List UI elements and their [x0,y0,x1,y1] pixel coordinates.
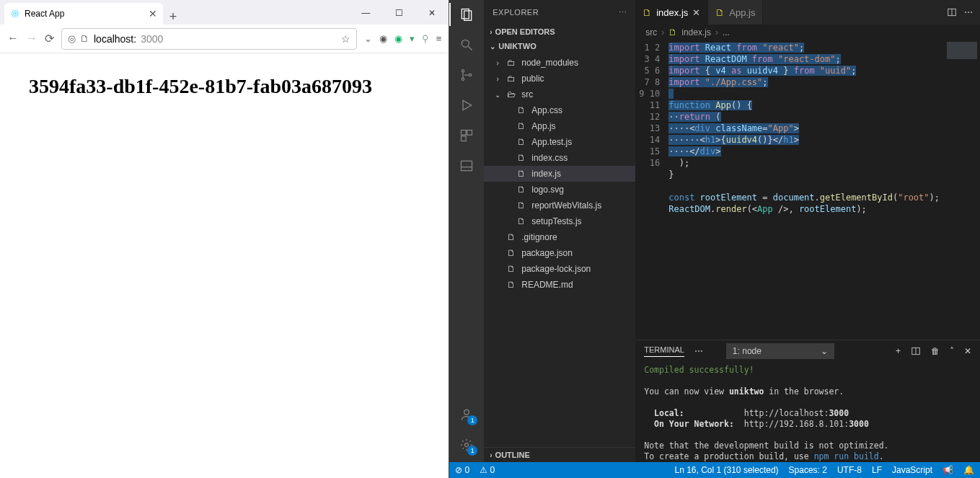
file-item[interactable]: 🗋logo.svg [484,182,635,198]
status-selection[interactable]: Ln 16, Col 1 (310 selected) [674,465,778,475]
url-host: localhost: [94,33,136,45]
folder-item[interactable]: ⌄🗁src [484,87,635,102]
reload-button[interactable]: ⟳ [45,32,54,45]
file-item[interactable]: 🗋index.css [484,150,635,166]
chevron-up-icon[interactable]: ˄ [950,346,954,356]
minimap[interactable] [940,40,980,340]
panel-icon[interactable] [458,157,475,174]
ext3-icon[interactable]: ▾ [410,33,415,44]
new-terminal-icon[interactable]: + [896,346,901,356]
item-label: package-lock.json [521,264,591,274]
crumb-1[interactable]: index.js [681,27,711,37]
outline-label: OUTLINE [495,451,530,459]
menu-button[interactable]: ≡ [436,33,442,44]
terminal-tab[interactable]: TERMINAL [644,345,684,357]
file-item[interactable]: 🗋App.test.js [484,134,635,150]
trash-icon[interactable]: 🗑 [931,346,940,356]
file-icon: 🗋 [506,248,517,258]
status-lang[interactable]: JavaScript [892,465,932,475]
bookmark-button[interactable]: ☆ [341,33,350,45]
ext2-icon[interactable]: ◉ [394,33,402,44]
file-item[interactable]: 🗋README.md [484,277,635,293]
pocket-icon[interactable]: ⌄ [364,33,372,44]
item-label: setupTests.js [531,216,581,226]
file-item[interactable]: 🗋package-lock.json [484,261,635,277]
ext4-icon[interactable]: ⚲ [422,33,429,44]
close-panel-icon[interactable]: ✕ [964,346,971,356]
file-item[interactable]: 🗋reportWebVitals.js [484,198,635,213]
terminal-content[interactable]: Compiled successfully! You can now view … [635,362,980,462]
more-editor-icon[interactable]: ⋯ [964,7,973,17]
file-item[interactable]: 🗋App.js [484,118,635,134]
new-tab-button[interactable]: + [163,9,183,25]
editor-group: 🗋index.js✕🗋App.js ⋯ src › 🗋 index.js › .… [635,0,980,462]
status-encoding[interactable]: UTF-8 [837,465,862,475]
back-button[interactable]: ← [7,32,19,45]
close-window-button[interactable]: ✕ [415,1,449,25]
crumb-0[interactable]: src [645,27,657,37]
tab-label: App.js [729,7,755,18]
folder-item[interactable]: ›🗀public [484,71,635,87]
settings-icon[interactable]: 1 [458,436,475,453]
project-section[interactable]: ⌄ UNIKTWO [484,39,635,53]
chevron-right-icon: › [661,27,664,37]
item-label: .gitignore [521,232,557,242]
debug-icon[interactable] [458,97,475,114]
accounts-icon[interactable]: 1 [458,406,475,423]
maximize-button[interactable]: ☐ [382,1,415,25]
bell-icon[interactable]: 🔔 [963,465,974,475]
explorer-icon[interactable] [458,6,475,23]
item-label: package.json [521,248,573,258]
split-terminal-icon[interactable] [911,346,921,356]
minimize-button[interactable]: — [349,1,382,25]
browser-tab[interactable]: React App ✕ [4,3,163,25]
folder-item[interactable]: ›🗀node_modules [484,55,635,71]
editor-tab[interactable]: 🗋App.js [708,0,763,25]
extensions-icon[interactable] [458,127,475,144]
file-item[interactable]: 🗋setupTests.js [484,213,635,229]
outline-section[interactable]: › OUTLINE [484,447,635,462]
svg-line-7 [469,47,472,50]
file-item[interactable]: 🗋package.json [484,245,635,261]
code-editor[interactable]: 1 2 3 4 5 6 7 8 9 10 11 12 13 14 15 16 i… [635,40,980,340]
terminal-selector[interactable]: 1: node ⌄ [726,343,834,359]
more-icon[interactable]: ⋯ [694,346,703,356]
close-tab-button[interactable]: ✕ [149,8,157,19]
file-item[interactable]: 🗋App.css [484,102,635,118]
breadcrumbs[interactable]: src › 🗋 index.js › ... [635,25,980,40]
item-label: node_modules [521,58,578,68]
crumb-2[interactable]: ... [723,27,730,37]
file-icon: 🗋 [516,169,527,179]
editor-tab[interactable]: 🗋index.js✕ [635,0,708,25]
more-icon[interactable]: ⋯ [619,8,627,17]
chevron-right-icon: › [494,75,501,83]
scm-icon[interactable] [458,66,475,84]
item-label: reportWebVitals.js [531,200,601,211]
shield-icon: ◎ [68,33,76,44]
search-icon[interactable] [458,36,475,53]
status-warnings[interactable]: ⚠ 0 [480,465,495,475]
status-errors[interactable]: ⊘ 0 [455,465,469,475]
explorer-sidebar: EXPLORER ⋯ › OPEN EDITORS ⌄ UNIKTWO ›🗀no… [484,0,635,462]
line-gutter: 1 2 3 4 5 6 7 8 9 10 11 12 13 14 15 16 [635,40,666,340]
browser-extensions: ⌄ ◉ ◉ ▾ ⚲ ≡ [364,33,442,44]
status-spaces[interactable]: Spaces: 2 [789,465,827,475]
split-editor-icon[interactable] [947,7,957,17]
close-tab-icon[interactable]: ✕ [692,7,700,18]
code-content[interactable]: import React from "react"; import ReactD… [666,40,940,340]
file-item[interactable]: 🗋.gitignore [484,229,635,245]
chevron-right-icon: › [494,59,501,67]
explorer-title: EXPLORER [493,8,539,17]
ext1-icon[interactable]: ◉ [379,33,387,44]
file-icon: 🗋 [516,137,527,147]
address-bar[interactable]: ◎ 🗋 localhost:3000 ☆ [61,28,357,50]
item-label: logo.svg [531,185,564,195]
forward-button[interactable]: → [26,32,37,45]
file-item[interactable]: 🗋index.js [484,166,635,182]
open-editors-label: OPEN EDITORS [495,27,555,36]
feedback-icon[interactable]: 📢 [943,465,953,475]
file-icon: 🗋 [516,153,527,163]
status-eol[interactable]: LF [872,465,882,475]
svg-rect-13 [467,130,472,136]
open-editors-section[interactable]: › OPEN EDITORS [484,25,635,39]
